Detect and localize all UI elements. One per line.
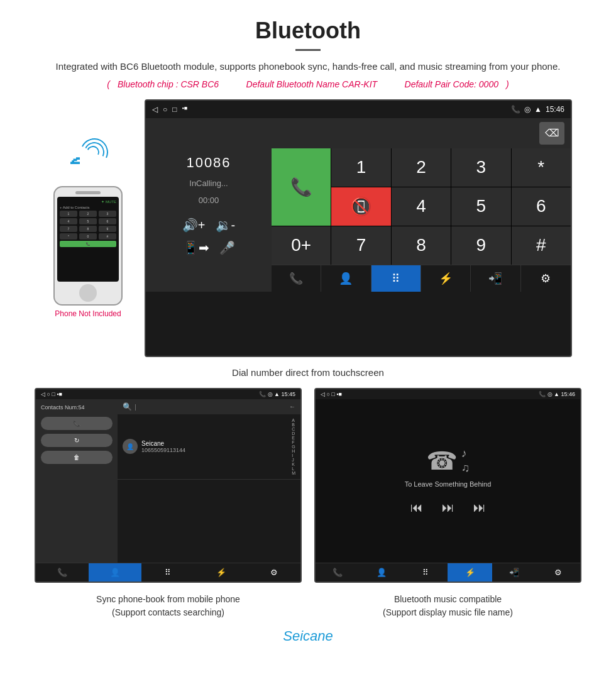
contact-entry[interactable]: 👤 Seicane 10655059113144 ABCDEFGHIJKLM bbox=[118, 414, 300, 480]
key-5[interactable]: 5 bbox=[451, 187, 510, 226]
phone-key-1[interactable]: 1 bbox=[60, 211, 77, 217]
backspace-button[interactable]: ⌫ bbox=[539, 122, 564, 145]
call-status-icon: 📞 bbox=[511, 105, 520, 114]
nav-bluetooth-button[interactable]: ⚡ bbox=[421, 265, 471, 292]
phone-key-star[interactable]: * bbox=[60, 233, 77, 240]
volume-down-icon[interactable]: 🔉- bbox=[216, 218, 236, 233]
phone-key-2[interactable]: 2 bbox=[79, 211, 97, 217]
status-bar: ◁ ○ □ ▪■ 📞 ◎ ▲ 15:46 bbox=[146, 101, 571, 118]
brand-watermark: Seicane bbox=[283, 628, 333, 644]
contacts-caption: Sync phone-book from mobile phone (Suppo… bbox=[35, 593, 302, 619]
dial-volume-controls: 🔊+ 🔉- bbox=[182, 218, 235, 233]
location-icon: ◎ bbox=[524, 105, 531, 114]
play-pause-button[interactable]: ⏭ bbox=[442, 500, 454, 515]
key-1[interactable]: 1 bbox=[331, 148, 390, 187]
recents-icon[interactable]: □ bbox=[172, 105, 177, 114]
contacts-nav-bluetooth[interactable]: ⚡ bbox=[195, 563, 248, 582]
next-track-button[interactable]: ⏭ bbox=[473, 500, 486, 515]
nav-settings-button[interactable]: ⚙ bbox=[521, 265, 571, 292]
title-divider bbox=[295, 49, 321, 51]
spec-name: Default Bluetooth Name CAR-KIT bbox=[246, 79, 378, 89]
music-caption-line2: (Support display music file name) bbox=[314, 606, 581, 619]
key-9[interactable]: 9 bbox=[451, 226, 510, 265]
dial-transfer-controls: 📱➡ 🎤 bbox=[183, 240, 235, 255]
mic-icon[interactable]: 🎤 bbox=[219, 240, 235, 255]
search-back-icon[interactable]: ← bbox=[289, 403, 295, 410]
contacts-count: Contacts Num:54 bbox=[41, 404, 113, 411]
music-nav-settings[interactable]: ⚙ bbox=[536, 563, 580, 582]
transfer-icon[interactable]: 📱➡ bbox=[183, 240, 209, 255]
phone-call-button[interactable]: 📞 bbox=[60, 241, 116, 247]
notification-icon: ▪■ bbox=[182, 105, 188, 114]
key-4[interactable]: 4 bbox=[392, 187, 451, 226]
phone-key-3[interactable]: 3 bbox=[99, 211, 116, 217]
key-7[interactable]: 7 bbox=[331, 226, 390, 265]
page-title: Bluetooth bbox=[25, 18, 591, 44]
wifi-icon: ▲ bbox=[534, 105, 542, 114]
phone-label: Phone Not Included bbox=[55, 309, 121, 318]
contacts-screen: ◁ ○ □ ▪■ 📞 ◎ ▲ 15:45 Contacts Num:54 📞 ↻… bbox=[35, 388, 302, 583]
keypad-grid: 1 2 3 * 📞 4 5 6 0+ 📵 7 8 9 # bbox=[272, 148, 571, 265]
music-nav-transfer[interactable]: 📲 bbox=[492, 563, 536, 582]
contacts-search-input[interactable] bbox=[135, 403, 287, 411]
key-star[interactable]: * bbox=[512, 148, 571, 187]
phone-key-9[interactable]: 9 bbox=[99, 226, 116, 232]
call-button[interactable]: 📞 bbox=[272, 148, 331, 226]
music-icon: ☎ ♪ ♫ bbox=[426, 446, 470, 475]
key-3[interactable]: 3 bbox=[451, 148, 510, 187]
phone-key-5[interactable]: 5 bbox=[79, 218, 97, 224]
phone-key-8[interactable]: 8 bbox=[79, 226, 97, 232]
phone-receiver-icon: ☎ bbox=[426, 446, 458, 475]
dial-input-field[interactable] bbox=[278, 128, 539, 139]
dial-left-panel: 10086 InCalling... 00:00 🔊+ 🔉- 📱➡ 🎤 bbox=[146, 118, 272, 292]
sync-action-button[interactable]: ↻ bbox=[41, 434, 113, 447]
music-nav-keypad[interactable]: ⠿ bbox=[404, 563, 448, 582]
header-description: Integrated with BC6 Bluetooth module, su… bbox=[25, 60, 591, 74]
music-nav-bluetooth[interactable]: ⚡ bbox=[448, 563, 492, 582]
bluetooth-waves: ⦟ bbox=[63, 137, 113, 181]
captions-row: Sync phone-book from mobile phone (Suppo… bbox=[0, 590, 616, 622]
contacts-status-right: 📞 ◎ ▲ 15:45 bbox=[259, 391, 295, 397]
contacts-nav-contacts[interactable]: 👤 bbox=[89, 563, 141, 582]
contacts-nav-settings[interactable]: ⚙ bbox=[248, 563, 300, 582]
key-8[interactable]: 8 bbox=[392, 226, 451, 265]
nav-keypad-button[interactable]: ⠿ bbox=[371, 265, 421, 292]
volume-up-icon[interactable]: 🔊+ bbox=[182, 218, 206, 233]
dial-content: 10086 InCalling... 00:00 🔊+ 🔉- 📱➡ 🎤 ⌫ bbox=[146, 118, 571, 292]
end-call-button[interactable]: 📵 bbox=[331, 187, 390, 226]
nav-transfer-button[interactable]: 📲 bbox=[471, 265, 520, 292]
delete-action-button[interactable]: 🗑 bbox=[41, 451, 113, 464]
back-icon[interactable]: ◁ bbox=[152, 105, 158, 114]
phone-key-0[interactable]: 0 bbox=[79, 233, 97, 240]
home-icon[interactable]: ○ bbox=[163, 105, 167, 114]
phone-key-hash[interactable]: # bbox=[99, 233, 116, 240]
call-action-button[interactable]: 📞 bbox=[41, 417, 113, 430]
phone-key-4[interactable]: 4 bbox=[60, 218, 77, 224]
contacts-nav-phone[interactable]: 📞 bbox=[36, 563, 89, 582]
alpha-list: ABCDEFGHIJKLM bbox=[292, 418, 295, 475]
phone-key-7[interactable]: 7 bbox=[60, 226, 77, 232]
contacts-search-bar: 🔍 ← bbox=[118, 399, 300, 414]
key-2[interactable]: 2 bbox=[392, 148, 451, 187]
phone-keypad-row1: 1 2 3 bbox=[60, 211, 116, 217]
music-note-2: ♫ bbox=[461, 461, 470, 475]
music-status-bar: ◁ ○ □ ▪■ 📞 ◎ ▲ 15:46 bbox=[316, 389, 580, 399]
header-specs: (Bluetooth chip : CSR BC6 Default Blueto… bbox=[25, 79, 591, 89]
key-hash[interactable]: # bbox=[512, 226, 571, 265]
contacts-nav-keypad[interactable]: ⠿ bbox=[141, 563, 194, 582]
contacts-bottom-bar: 📞 👤 ⠿ ⚡ ⚙ bbox=[36, 563, 300, 582]
nav-contacts-button[interactable]: 👤 bbox=[321, 265, 371, 292]
nav-phone-button[interactable]: 📞 bbox=[272, 265, 321, 292]
music-nav-contacts[interactable]: 👤 bbox=[360, 563, 404, 582]
phone-screen: ✦ MUTE + Add to Contacts 1 2 3 4 5 6 7 8… bbox=[57, 197, 119, 282]
music-status-right: 📞 ◎ ▲ 15:46 bbox=[539, 391, 575, 397]
contact-info: Seicane 10655059113144 bbox=[141, 440, 185, 453]
phone-home-button[interactable] bbox=[79, 284, 97, 302]
music-nav-phone[interactable]: 📞 bbox=[316, 563, 360, 582]
previous-track-button[interactable]: ⏮ bbox=[410, 500, 423, 515]
key-0plus[interactable]: 0+ bbox=[272, 226, 331, 265]
key-6[interactable]: 6 bbox=[512, 187, 571, 226]
contacts-body: Contacts Num:54 📞 ↻ 🗑 🔍 ← 👤 Seicane 1065… bbox=[36, 399, 300, 563]
bottom-navigation-bar: 📞 👤 ⠿ ⚡ 📲 ⚙ bbox=[272, 265, 571, 292]
phone-key-6[interactable]: 6 bbox=[99, 218, 116, 224]
